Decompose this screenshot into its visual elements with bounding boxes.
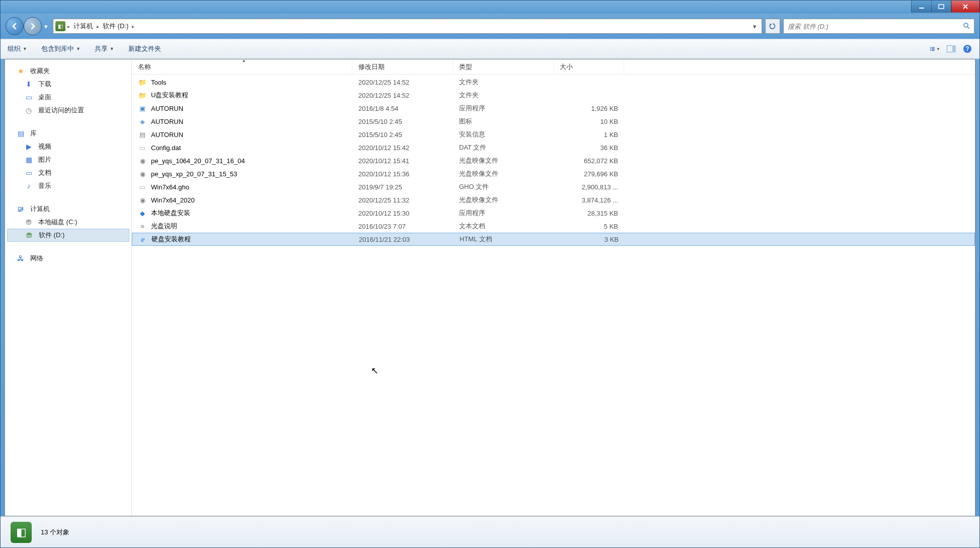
file-row[interactable]: ▭Config.dat2020/10/12 15:42DAT 文件36 KB bbox=[132, 141, 975, 154]
breadcrumb-separator-icon[interactable]: ▸ bbox=[97, 24, 99, 29]
file-row[interactable]: ▣AUTORUN2016/1/8 4:54应用程序1,926 KB bbox=[132, 102, 975, 115]
file-date-cell: 2016/10/23 7:07 bbox=[352, 223, 453, 230]
network-icon: 🖧 bbox=[16, 254, 25, 263]
navigation-pane: ★收藏夹 ⬇下载 ▭桌面 ◷最近访问的位置 ▤库 ▶视频 ▦图片 ▭文档 ♪音乐… bbox=[5, 59, 132, 516]
file-row[interactable]: ≡光盘说明2016/10/23 7:07文本文档5 KB bbox=[132, 220, 975, 233]
organize-menu[interactable]: 组织▼ bbox=[8, 44, 27, 53]
file-type-cell: 文件夹 bbox=[453, 78, 554, 87]
file-type-cell: 光盘映像文件 bbox=[453, 195, 554, 204]
include-in-library-menu[interactable]: 包含到库中▼ bbox=[41, 44, 81, 53]
sidebar-music[interactable]: ♪音乐 bbox=[5, 179, 131, 192]
sidebar-recent[interactable]: ◷最近访问的位置 bbox=[5, 104, 131, 117]
file-type-cell: 文本文档 bbox=[453, 222, 554, 231]
breadcrumb-drive[interactable]: 软件 (D:) bbox=[101, 22, 130, 31]
file-date-cell: 2020/12/25 14:52 bbox=[352, 79, 453, 86]
file-row[interactable]: 📁U盘安装教程2020/12/25 14:52文件夹 bbox=[132, 89, 975, 102]
drive-icon: ◧ bbox=[55, 21, 65, 31]
svg-rect-6 bbox=[932, 48, 935, 49]
file-size-cell: 10 KB bbox=[554, 118, 624, 125]
sidebar-local-c[interactable]: ⛃本地磁盘 (C:) bbox=[5, 216, 131, 229]
file-size-cell: 279,696 KB bbox=[554, 170, 624, 178]
drive-icon: ⛃ bbox=[24, 218, 33, 227]
maximize-button[interactable] bbox=[931, 1, 951, 13]
breadcrumb-separator-icon[interactable]: ▸ bbox=[67, 24, 70, 29]
file-size-cell: 3 KB bbox=[554, 236, 625, 243]
sidebar-software-d[interactable]: ⛃软件 (D:) bbox=[7, 229, 129, 242]
nav-arrows: ▾ bbox=[6, 17, 50, 35]
sidebar-pictures[interactable]: ▦图片 bbox=[5, 153, 131, 166]
file-type-cell: 图标 bbox=[453, 117, 554, 126]
music-icon: ♪ bbox=[24, 181, 33, 190]
file-type-cell: 应用程序 bbox=[453, 209, 554, 218]
search-input[interactable] bbox=[788, 23, 963, 30]
dropdown-icon: ▼ bbox=[110, 46, 114, 51]
file-name-cell: ◉pe_yqs_xp_20_07_31_15_53 bbox=[132, 169, 352, 178]
file-date-cell: 2020/12/25 14:52 bbox=[352, 92, 453, 99]
nav-history-dropdown[interactable]: ▾ bbox=[42, 23, 50, 30]
file-row[interactable]: 📁Tools2020/12/25 14:52文件夹 bbox=[132, 76, 975, 89]
file-row[interactable]: ◆本地硬盘安装2020/10/12 15:30应用程序28,315 KB bbox=[132, 207, 975, 220]
file-name-cell: ℯ硬盘安装教程 bbox=[132, 235, 353, 244]
file-name-cell: ◆本地硬盘安装 bbox=[132, 209, 352, 218]
sidebar-computer[interactable]: 🖳计算机 bbox=[5, 202, 131, 216]
file-type-cell: DAT 文件 bbox=[453, 143, 554, 152]
file-row[interactable]: ◈AUTORUN2015/5/10 2:45图标10 KB bbox=[132, 115, 975, 128]
file-type-cell: HTML 文档 bbox=[454, 235, 554, 244]
minimize-button[interactable] bbox=[911, 1, 931, 13]
sidebar-desktop[interactable]: ▭桌面 bbox=[5, 91, 131, 104]
toolbar: 组织▼ 包含到库中▼ 共享▼ 新建文件夹 ▼ ? bbox=[1, 39, 979, 59]
file-size-cell: 5 KB bbox=[554, 223, 624, 230]
address-dropdown-icon[interactable]: ▾ bbox=[750, 23, 760, 30]
new-folder-button[interactable]: 新建文件夹 bbox=[128, 44, 161, 53]
drive-status-icon: ◧ bbox=[11, 522, 32, 543]
share-menu[interactable]: 共享▼ bbox=[95, 44, 114, 53]
file-row[interactable]: ◉pe_yqs_xp_20_07_31_15_532020/10/12 15:3… bbox=[132, 167, 975, 180]
column-headers: 名称▲ 修改日期 类型 大小 bbox=[132, 59, 975, 75]
sidebar-favorites[interactable]: ★收藏夹 bbox=[5, 64, 131, 78]
file-date-cell: 2020/10/12 15:36 bbox=[352, 170, 453, 178]
sidebar-library[interactable]: ▤库 bbox=[5, 127, 131, 140]
column-header-date[interactable]: 修改日期 bbox=[352, 59, 453, 74]
sidebar-documents[interactable]: ▭文档 bbox=[5, 166, 131, 179]
file-row[interactable]: ▤AUTORUN2015/5/10 2:45安装信息1 KB bbox=[132, 128, 975, 141]
file-type-cell: GHO 文件 bbox=[453, 182, 554, 191]
sidebar-video[interactable]: ▶视频 bbox=[5, 140, 131, 153]
computer-group: 🖳计算机 ⛃本地磁盘 (C:) ⛃软件 (D:) bbox=[5, 202, 131, 242]
column-header-size[interactable]: 大小 bbox=[554, 59, 624, 74]
file-date-cell: 2019/9/7 19:25 bbox=[352, 183, 453, 191]
window-controls bbox=[911, 1, 979, 13]
recent-icon: ◷ bbox=[24, 106, 33, 115]
back-button[interactable] bbox=[6, 17, 24, 35]
file-row[interactable]: ▭Win7x64.gho2019/9/7 19:25GHO 文件2,900,81… bbox=[132, 180, 975, 193]
sidebar-network[interactable]: 🖧网络 bbox=[5, 252, 131, 265]
file-type-cell: 应用程序 bbox=[453, 104, 554, 113]
download-icon: ⬇ bbox=[24, 80, 33, 89]
file-size-cell: 1,926 KB bbox=[554, 105, 624, 112]
column-header-type[interactable]: 类型 bbox=[453, 59, 554, 74]
column-header-name[interactable]: 名称▲ bbox=[132, 59, 352, 74]
breadcrumb-separator-icon[interactable]: ▸ bbox=[132, 24, 134, 29]
help-button[interactable]: ? bbox=[962, 44, 972, 54]
search-box[interactable] bbox=[783, 19, 974, 34]
content-area: ★收藏夹 ⬇下载 ▭桌面 ◷最近访问的位置 ▤库 ▶视频 ▦图片 ▭文档 ♪音乐… bbox=[5, 59, 975, 516]
svg-rect-3 bbox=[930, 47, 931, 48]
forward-button[interactable] bbox=[24, 17, 42, 35]
file-list[interactable]: 📁Tools2020/12/25 14:52文件夹📁U盘安装教程2020/12/… bbox=[132, 75, 975, 516]
file-row[interactable]: ◉pe_yqs_1064_20_07_31_16_042020/10/12 15… bbox=[132, 154, 975, 167]
svg-rect-4 bbox=[932, 47, 935, 48]
close-button[interactable] bbox=[951, 1, 979, 13]
titlebar[interactable] bbox=[1, 1, 979, 14]
file-type-cell: 安装信息 bbox=[453, 130, 554, 139]
file-row[interactable]: ◉Win7x64_20202020/12/25 11:32光盘映像文件3,874… bbox=[132, 193, 975, 207]
dropdown-icon: ▼ bbox=[23, 46, 27, 51]
sidebar-downloads[interactable]: ⬇下载 bbox=[5, 78, 131, 91]
computer-icon: 🖳 bbox=[16, 204, 25, 214]
breadcrumb-computer[interactable]: 计算机 bbox=[72, 22, 95, 31]
address-bar[interactable]: ◧ ▸ 计算机 ▸ 软件 (D:) ▸ ▾ bbox=[53, 19, 762, 34]
file-row[interactable]: ℯ硬盘安装教程2016/11/21 22:03HTML 文档3 KB bbox=[132, 233, 975, 246]
preview-pane-button[interactable] bbox=[946, 44, 956, 54]
view-mode-button[interactable]: ▼ bbox=[930, 44, 940, 54]
sort-ascending-icon: ▲ bbox=[242, 58, 246, 63]
refresh-button[interactable] bbox=[765, 19, 780, 34]
video-icon: ▶ bbox=[24, 142, 33, 151]
